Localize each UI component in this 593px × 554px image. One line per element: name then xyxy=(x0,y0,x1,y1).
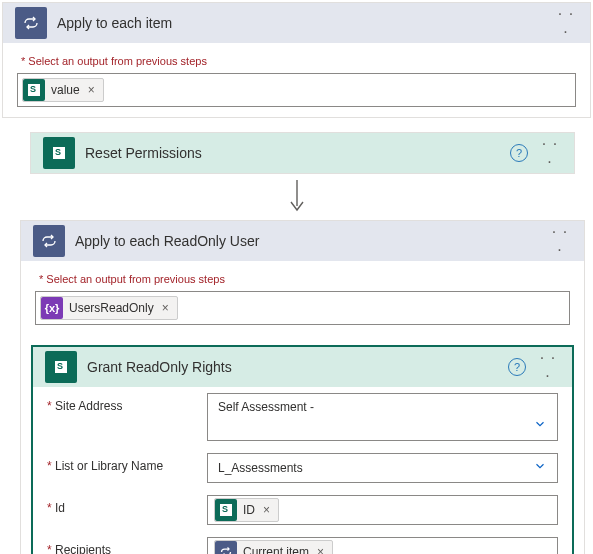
reset-permissions: Reset Permissions ? · · · xyxy=(30,132,575,174)
remove-icon[interactable]: × xyxy=(315,545,326,554)
grant-readonly-title: Grant ReadOnly Rights xyxy=(87,359,498,375)
loop-icon xyxy=(33,225,65,257)
id-label: Id xyxy=(47,495,197,515)
apply-to-each-item-header[interactable]: Apply to each item · · · xyxy=(3,3,590,43)
more-button[interactable]: · · · xyxy=(548,223,572,259)
more-button[interactable]: · · · xyxy=(538,135,562,171)
recipients-label: Recipients xyxy=(47,537,197,554)
recipients-input[interactable]: Current item × xyxy=(207,537,558,554)
output-selector[interactable]: {x} UsersReadOnly × xyxy=(35,291,570,325)
users-readonly-token[interactable]: {x} UsersReadOnly × xyxy=(40,296,178,320)
value-token[interactable]: value × xyxy=(22,78,104,102)
expression-icon: {x} xyxy=(41,297,63,319)
site-address-input[interactable]: Self Assessment - xyxy=(207,393,558,441)
loop-icon xyxy=(215,541,237,554)
list-name-value: L_Assessments xyxy=(214,461,307,475)
remove-icon[interactable]: × xyxy=(160,301,171,315)
sharepoint-icon xyxy=(43,137,75,169)
connector-arrow xyxy=(0,174,593,220)
current-item-token[interactable]: Current item × xyxy=(214,540,333,554)
remove-icon[interactable]: × xyxy=(86,83,97,97)
token-label: Current item xyxy=(243,545,309,554)
sharepoint-icon xyxy=(215,499,237,521)
site-address-label: Site Address xyxy=(47,393,197,413)
output-label: Select an output from previous steps xyxy=(21,55,207,67)
help-icon[interactable]: ? xyxy=(508,358,526,376)
token-label: value xyxy=(51,83,80,97)
site-address-value: Self Assessment - xyxy=(214,400,318,414)
reset-permissions-title: Reset Permissions xyxy=(85,145,500,161)
more-button[interactable]: · · · xyxy=(536,349,560,385)
apply-to-each-readonly-header[interactable]: Apply to each ReadOnly User · · · xyxy=(21,221,584,261)
list-name-input[interactable]: L_Assessments xyxy=(207,453,558,483)
sharepoint-icon xyxy=(23,79,45,101)
list-name-label: List or Library Name xyxy=(47,453,197,473)
id-token[interactable]: ID × xyxy=(214,498,279,522)
grant-readonly-rights: Grant ReadOnly Rights ? · · · Site Addre… xyxy=(31,345,574,554)
id-input[interactable]: ID × xyxy=(207,495,558,525)
sharepoint-icon xyxy=(45,351,77,383)
apply-to-each-item: Apply to each item · · · Select an outpu… xyxy=(2,2,591,118)
reset-permissions-header[interactable]: Reset Permissions ? · · · xyxy=(31,133,574,173)
remove-icon[interactable]: × xyxy=(261,503,272,517)
help-icon[interactable]: ? xyxy=(510,144,528,162)
token-label: ID xyxy=(243,503,255,517)
chevron-down-icon xyxy=(533,459,547,476)
grant-readonly-header[interactable]: Grant ReadOnly Rights ? · · · xyxy=(33,347,572,387)
chevron-down-icon xyxy=(533,417,547,434)
loop-icon xyxy=(15,7,47,39)
more-button[interactable]: · · · xyxy=(554,5,578,41)
output-label: Select an output from previous steps xyxy=(39,273,225,285)
apply-to-each-item-title: Apply to each item xyxy=(57,15,544,31)
output-selector[interactable]: value × xyxy=(17,73,576,107)
apply-to-each-readonly-user: Apply to each ReadOnly User · · · Select… xyxy=(20,220,585,554)
apply-to-each-readonly-title: Apply to each ReadOnly User xyxy=(75,233,538,249)
token-label: UsersReadOnly xyxy=(69,301,154,315)
